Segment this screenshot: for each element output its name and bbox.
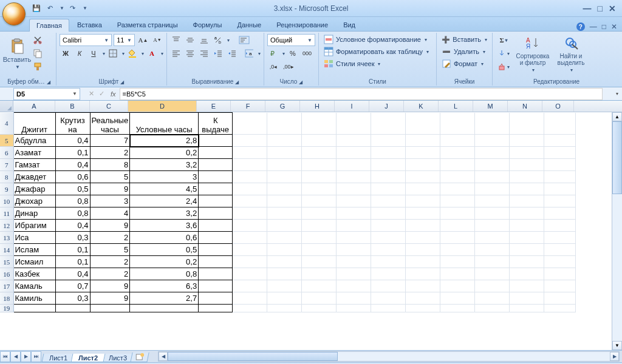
conditional-formatting-button[interactable]: Условное форматирование▾	[322, 34, 433, 45]
cell[interactable]	[440, 244, 475, 256]
cell[interactable]	[267, 207, 302, 220]
cell-styles-button[interactable]: Стили ячеек▾	[322, 58, 433, 69]
prev-sheet-button[interactable]: ◀	[10, 351, 21, 362]
cell[interactable]	[544, 280, 576, 292]
align-right-icon[interactable]	[198, 47, 210, 59]
cell[interactable]	[267, 171, 302, 183]
cell[interactable]	[440, 280, 475, 292]
help-icon[interactable]: ?	[576, 22, 585, 31]
sheet-tab-1[interactable]: Лист1	[42, 354, 75, 362]
cell[interactable]: Ислам	[13, 244, 55, 256]
cell[interactable]	[544, 183, 576, 195]
cell[interactable]	[440, 159, 475, 171]
wrap-text-icon[interactable]	[237, 34, 251, 46]
cell[interactable]	[337, 280, 371, 292]
cell[interactable]	[371, 220, 406, 232]
cell[interactable]: Исмаил	[13, 256, 55, 268]
align-top-icon[interactable]	[170, 34, 182, 46]
cell[interactable]	[510, 220, 544, 232]
cell[interactable]	[371, 268, 406, 280]
expand-formula-bar-icon[interactable]: ▾	[612, 91, 622, 96]
decrease-indent-icon[interactable]	[212, 47, 224, 59]
cell[interactable]	[475, 256, 510, 268]
qat-customize-icon[interactable]: ▼	[83, 5, 87, 11]
cell[interactable]	[475, 232, 510, 244]
cell[interactable]	[233, 135, 267, 147]
cell[interactable]	[267, 244, 302, 256]
cell[interactable]	[267, 292, 302, 305]
cell[interactable]: Камаль	[13, 280, 55, 292]
next-sheet-button[interactable]: ▶	[21, 351, 31, 362]
cell[interactable]: 2	[90, 256, 130, 268]
format-painter-icon[interactable]	[31, 61, 44, 73]
cell[interactable]	[302, 183, 337, 195]
cell[interactable]	[302, 159, 337, 171]
column-header-A[interactable]: A	[13, 101, 55, 112]
cell[interactable]: 0,5	[130, 244, 199, 256]
cell[interactable]	[475, 147, 510, 159]
cell[interactable]: Абдулла	[13, 135, 55, 147]
cell[interactable]	[544, 268, 576, 280]
cell[interactable]	[302, 268, 337, 280]
scroll-up-button[interactable]: ▲	[612, 112, 622, 121]
cell[interactable]: 0,6	[55, 171, 90, 183]
cell[interactable]	[302, 232, 337, 244]
borders-icon[interactable]	[107, 47, 119, 59]
cell[interactable]	[302, 171, 337, 183]
cell[interactable]	[302, 195, 337, 207]
cell[interactable]	[544, 220, 576, 232]
cell[interactable]	[267, 195, 302, 207]
cell[interactable]	[440, 232, 475, 244]
cell[interactable]	[406, 244, 440, 256]
cell[interactable]	[199, 256, 233, 268]
cell[interactable]	[440, 220, 475, 232]
cell[interactable]	[337, 195, 371, 207]
cell[interactable]	[510, 207, 544, 220]
cell[interactable]	[544, 244, 576, 256]
save-icon[interactable]: 💾	[32, 4, 41, 13]
vertical-scrollbar[interactable]: ▲ ▼	[612, 112, 622, 350]
column-header-C[interactable]: C	[90, 101, 128, 112]
cell[interactable]	[302, 256, 337, 268]
tab-data[interactable]: Данные	[230, 18, 268, 31]
row-header[interactable]: 19	[0, 305, 13, 312]
cell[interactable]: 3,2	[130, 159, 199, 171]
clear-icon[interactable]: ▾	[496, 61, 511, 73]
cell[interactable]	[371, 232, 406, 244]
cell[interactable]: 0,2	[130, 147, 199, 159]
cell[interactable]	[371, 292, 406, 305]
cell[interactable]	[371, 159, 406, 171]
cell[interactable]	[406, 171, 440, 183]
cell[interactable]	[302, 305, 337, 312]
cell[interactable]	[302, 135, 337, 147]
cell[interactable]: 9	[90, 220, 130, 232]
cell[interactable]: 0,3	[55, 292, 90, 305]
cell[interactable]	[337, 171, 371, 183]
cell[interactable]: 0,4	[55, 135, 90, 147]
fill-color-dropdown-icon[interactable]: ▾	[142, 51, 144, 56]
cell[interactable]	[233, 195, 267, 207]
cell[interactable]	[267, 159, 302, 171]
cell[interactable]	[371, 244, 406, 256]
tab-review[interactable]: Рецензирование	[269, 18, 335, 31]
cell[interactable]: 5	[90, 171, 130, 183]
cell[interactable]: 3,6	[130, 220, 199, 232]
cell[interactable]	[199, 305, 233, 312]
clipboard-dialog-launcher-icon[interactable]: ◢	[47, 79, 50, 85]
cell[interactable]	[544, 147, 576, 159]
tab-insert[interactable]: Вставка	[70, 18, 109, 31]
cell[interactable]	[510, 171, 544, 183]
column-header-K[interactable]: K	[404, 101, 439, 112]
cell[interactable]	[337, 135, 371, 147]
cell[interactable]	[406, 305, 440, 312]
column-header-O[interactable]: O	[542, 101, 574, 112]
number-format-combo[interactable]: Общий▼	[267, 34, 315, 46]
cell[interactable]	[440, 195, 475, 207]
cell[interactable]	[510, 159, 544, 171]
cell[interactable]	[90, 305, 130, 312]
cell[interactable]	[371, 147, 406, 159]
cell[interactable]	[544, 195, 576, 207]
cell[interactable]: 0,1	[55, 244, 90, 256]
cell[interactable]: 2	[90, 268, 130, 280]
cell[interactable]	[302, 147, 337, 159]
